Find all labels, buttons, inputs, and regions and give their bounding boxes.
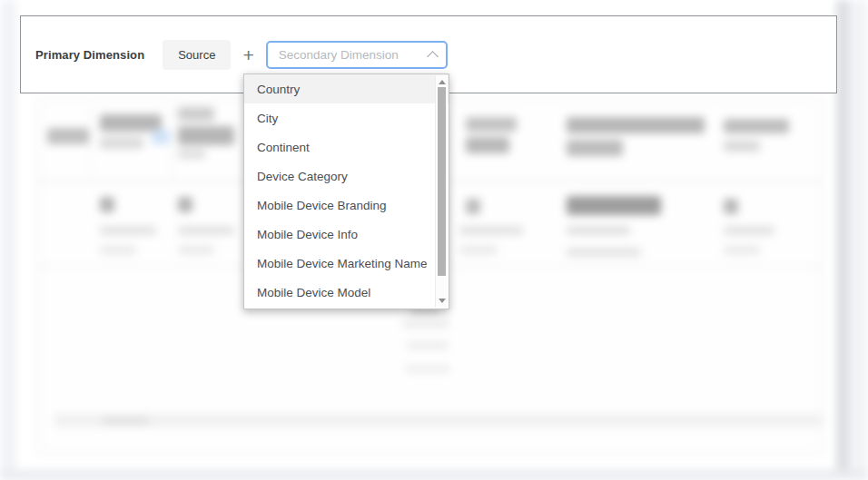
- blurred-header: [100, 114, 162, 132]
- blurred-footer-band: [54, 414, 822, 427]
- primary-dimension-label: Primary Dimension: [35, 48, 144, 62]
- page: Primary Dimension Source + Country City …: [0, 0, 868, 480]
- blurred-value-large: [567, 196, 661, 215]
- bottom-edge-tint: [0, 470, 868, 480]
- blurred-subtext: [100, 246, 136, 254]
- dropdown-option-mobile-device-marketing-name[interactable]: Mobile Device Marketing Name: [244, 249, 449, 278]
- dropdown-option-continent[interactable]: Continent: [244, 132, 449, 162]
- blurred-value: [724, 199, 738, 214]
- blurred-sort-indicator: [152, 130, 170, 144]
- column-divider: [172, 105, 173, 180]
- chevron-up-icon[interactable]: [427, 51, 439, 63]
- secondary-dimension-input[interactable]: [279, 48, 423, 62]
- blurred-value: [466, 199, 480, 214]
- dropdown-scrollbar[interactable]: [435, 75, 448, 308]
- blurred-header: [466, 117, 517, 132]
- scroll-down-icon[interactable]: [439, 299, 446, 303]
- blurred-header: [178, 126, 234, 145]
- dropdown-option-mobile-device-model[interactable]: Mobile Device Model: [244, 278, 449, 307]
- dropdown-option-city[interactable]: City: [244, 103, 449, 132]
- blurred-subtext: [724, 246, 760, 254]
- secondary-dimension-combobox[interactable]: [266, 41, 448, 69]
- blurred-subtext: [567, 226, 630, 235]
- blurred-subtext: [459, 226, 523, 235]
- blurred-subtext: [567, 248, 641, 257]
- blurred-header: [724, 119, 789, 133]
- blurred-header: [724, 141, 760, 152]
- blurred-subtext: [459, 246, 498, 254]
- secondary-dimension-dropdown: Country City Continent Device Category M…: [243, 73, 449, 309]
- blurred-header: [567, 140, 623, 156]
- blurred-subtext: [178, 226, 234, 235]
- blurred-subtext: [178, 246, 214, 254]
- blurred-subtext: [100, 226, 156, 235]
- blurred-header: [466, 137, 509, 153]
- add-dimension-icon[interactable]: +: [242, 45, 253, 64]
- primary-dimension-source-button[interactable]: Source: [163, 40, 231, 70]
- dropdown-option-country[interactable]: Country: [244, 74, 449, 103]
- blurred-row-text: [405, 365, 450, 373]
- blurred-header: [567, 117, 705, 133]
- blurred-value: [178, 197, 192, 212]
- blurred-header: [47, 128, 89, 144]
- blurred-footer-text: [102, 416, 149, 425]
- blurred-header: [178, 150, 205, 159]
- blurred-header: [100, 137, 143, 149]
- dropdown-option-device-category[interactable]: Device Category: [244, 162, 449, 191]
- blurred-header: [178, 107, 214, 121]
- left-edge-tint: [0, 0, 16, 480]
- page-scrollbar-blurred: [836, 0, 849, 480]
- scrollbar-thumb[interactable]: [438, 87, 446, 276]
- blurred-row-text: [407, 341, 449, 349]
- right-edge-tint: [849, 0, 868, 480]
- column-divider: [90, 105, 91, 180]
- blurred-row-text: [402, 318, 449, 328]
- blurred-value: [100, 197, 114, 212]
- blurred-subtext: [724, 226, 774, 235]
- dropdown-option-mobile-device-branding[interactable]: Mobile Device Branding: [244, 191, 449, 220]
- scroll-up-icon[interactable]: [439, 80, 446, 84]
- dropdown-option-mobile-device-info[interactable]: Mobile Device Info: [244, 220, 449, 249]
